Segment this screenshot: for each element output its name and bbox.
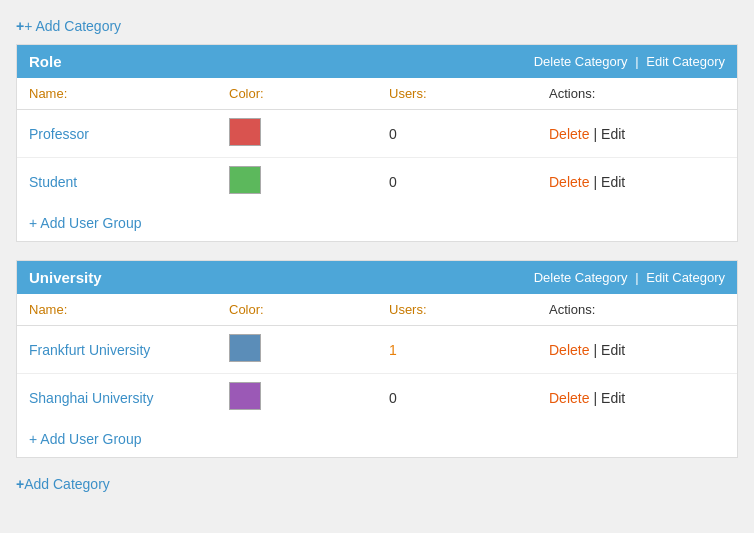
table-row: Frankfurt University 1 Delete | Edit xyxy=(17,326,737,374)
table-row: Student 0 Delete | Edit xyxy=(17,158,737,205)
row-color-cell-role-1 xyxy=(229,166,389,197)
edit-category-university[interactable]: Edit Category xyxy=(646,270,725,285)
col-users-role: Users: xyxy=(389,86,549,101)
delete-row-university-1[interactable]: Delete xyxy=(549,390,589,406)
table-wrapper-role: Name: Color: Users: Actions: Professor 0… xyxy=(17,78,737,205)
col-actions-role: Actions: xyxy=(549,86,749,101)
category-block-role: RoleDelete Category | Edit Category Name… xyxy=(16,44,738,242)
top-add-category-link[interactable]: + + Add Category xyxy=(16,18,121,34)
category-separator-role: | xyxy=(632,54,643,69)
row-users-university-1: 0 xyxy=(389,390,549,406)
table-row: Shanghai University 0 Delete | Edit xyxy=(17,374,737,421)
delete-row-university-0[interactable]: Delete xyxy=(549,342,589,358)
row-actions-university-1: Delete | Edit xyxy=(549,390,749,406)
page-wrapper: + + Add Category RoleDelete Category | E… xyxy=(0,10,754,510)
edit-row-university-0[interactable]: Edit xyxy=(601,342,625,358)
edit-row-role-1[interactable]: Edit xyxy=(601,174,625,190)
category-header-university: UniversityDelete Category | Edit Categor… xyxy=(17,261,737,294)
row-name-role-0[interactable]: Professor xyxy=(29,126,229,142)
col-actions-university: Actions: xyxy=(549,302,749,317)
row-actions-role-1: Delete | Edit xyxy=(549,174,749,190)
category-title-university: University xyxy=(29,269,102,286)
bottom-add-category-link[interactable]: + Add Category xyxy=(16,476,110,492)
row-actions-university-0: Delete | Edit xyxy=(549,342,749,358)
action-sep-role-0: | xyxy=(593,126,597,142)
row-color-cell-role-0 xyxy=(229,118,389,149)
category-separator-university: | xyxy=(632,270,643,285)
table-row: Professor 0 Delete | Edit xyxy=(17,110,737,158)
row-color-cell-university-0 xyxy=(229,334,389,365)
bottom-add-category-label: Add Category xyxy=(24,476,110,492)
row-actions-role-0: Delete | Edit xyxy=(549,126,749,142)
top-add-category-plus-icon: + xyxy=(16,18,24,34)
edit-row-role-0[interactable]: Edit xyxy=(601,126,625,142)
action-sep-university-0: | xyxy=(593,342,597,358)
bottom-add-category: + Add Category xyxy=(16,476,738,502)
category-header-role: RoleDelete Category | Edit Category xyxy=(17,45,737,78)
row-users-role-0: 0 xyxy=(389,126,549,142)
edit-row-university-1[interactable]: Edit xyxy=(601,390,625,406)
row-name-role-1[interactable]: Student xyxy=(29,174,229,190)
col-color-role: Color: xyxy=(229,86,389,101)
color-box-role-1 xyxy=(229,166,261,194)
delete-category-university[interactable]: Delete Category xyxy=(534,270,628,285)
color-box-role-0 xyxy=(229,118,261,146)
top-add-category-label: + Add Category xyxy=(24,18,121,34)
row-name-university-1[interactable]: Shanghai University xyxy=(29,390,229,406)
add-user-group-university[interactable]: + Add User Group xyxy=(17,421,153,457)
category-header-actions-role: Delete Category | Edit Category xyxy=(534,54,725,69)
edit-category-role[interactable]: Edit Category xyxy=(646,54,725,69)
col-name-role: Name: xyxy=(29,86,229,101)
category-header-actions-university: Delete Category | Edit Category xyxy=(534,270,725,285)
bottom-add-category-plus-icon: + xyxy=(16,476,24,492)
delete-row-role-1[interactable]: Delete xyxy=(549,174,589,190)
add-user-group-role[interactable]: + Add User Group xyxy=(17,205,153,241)
action-sep-university-1: | xyxy=(593,390,597,406)
row-users-university-0: 1 xyxy=(389,342,549,358)
col-name-university: Name: xyxy=(29,302,229,317)
row-users-role-1: 0 xyxy=(389,174,549,190)
col-color-university: Color: xyxy=(229,302,389,317)
delete-category-role[interactable]: Delete Category xyxy=(534,54,628,69)
categories-container: RoleDelete Category | Edit Category Name… xyxy=(16,44,738,458)
action-sep-role-1: | xyxy=(593,174,597,190)
category-block-university: UniversityDelete Category | Edit Categor… xyxy=(16,260,738,458)
color-box-university-0 xyxy=(229,334,261,362)
category-title-role: Role xyxy=(29,53,62,70)
table-header-role: Name: Color: Users: Actions: xyxy=(17,78,737,110)
row-name-university-0[interactable]: Frankfurt University xyxy=(29,342,229,358)
table-wrapper-university: Name: Color: Users: Actions: Frankfurt U… xyxy=(17,294,737,421)
color-box-university-1 xyxy=(229,382,261,410)
table-header-university: Name: Color: Users: Actions: xyxy=(17,294,737,326)
row-color-cell-university-1 xyxy=(229,382,389,413)
col-users-university: Users: xyxy=(389,302,549,317)
delete-row-role-0[interactable]: Delete xyxy=(549,126,589,142)
